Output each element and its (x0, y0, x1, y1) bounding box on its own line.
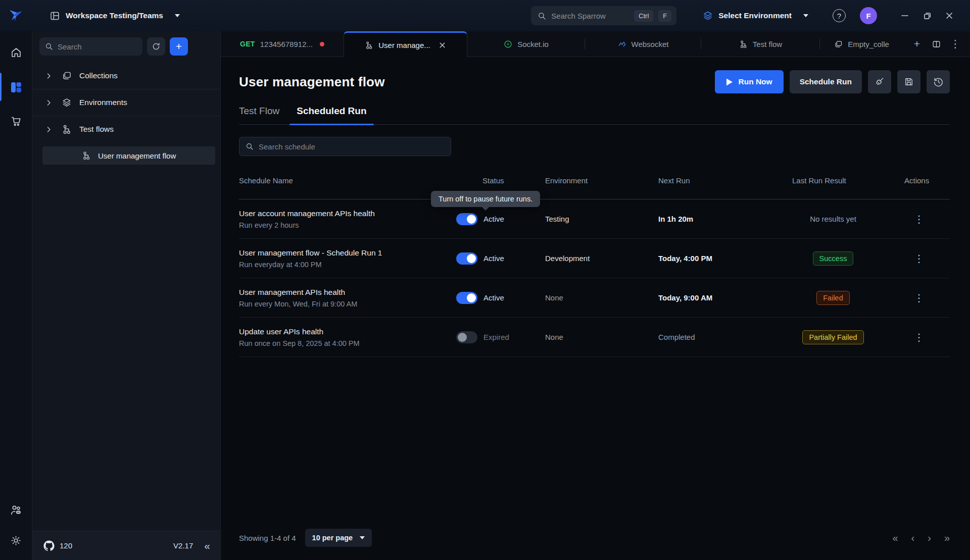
flow-subtabs: Test Flow Scheduled Run (239, 106, 950, 125)
row-actions-button[interactable]: ⋮ (904, 213, 934, 225)
schedule-recurrence: Run once on Sep 8, 2025 at 4:00 PM (239, 339, 456, 347)
sidebar-item-label: Collections (79, 71, 118, 80)
chevron-right-icon (45, 99, 52, 106)
sidebar-item-test-flows[interactable]: Test flows (32, 116, 220, 142)
tab-user-management-flow[interactable]: User manage... (344, 31, 467, 57)
tab-test-flow-view[interactable]: Test Flow (239, 106, 279, 124)
next-run-value: Today, 4:00 PM (658, 254, 792, 263)
schedule-run-button[interactable]: Schedule Run (790, 70, 862, 93)
environment-value: None (545, 293, 658, 302)
rail-settings[interactable] (10, 534, 22, 547)
toggle-tooltip: Turn off to pause future runs. (431, 191, 540, 207)
per-page-select[interactable]: 10 per page (305, 529, 372, 547)
status-label: Active (483, 254, 504, 263)
next-page-button[interactable]: › (928, 533, 931, 543)
row-actions-button[interactable]: ⋮ (904, 331, 934, 343)
tab-label: Test flow (753, 40, 782, 48)
status-toggle[interactable] (456, 331, 477, 343)
cart-icon (10, 115, 22, 127)
schedule-search-input[interactable] (259, 142, 445, 151)
schedule-search[interactable] (239, 137, 451, 156)
last-run-cell: Failed (792, 291, 874, 305)
kebab-icon: ⋮ (950, 38, 961, 50)
collapse-sidebar-button[interactable]: « (204, 540, 210, 551)
status-badge: Failed (816, 291, 850, 305)
avatar[interactable]: F (860, 7, 877, 24)
refresh-button[interactable] (147, 37, 165, 56)
window-controls (897, 8, 957, 23)
global-search[interactable]: Ctrl F (531, 6, 676, 25)
unsaved-dot-icon (320, 42, 324, 46)
split-view-button[interactable] (928, 35, 945, 53)
websocket-icon (618, 40, 626, 48)
sidebar-search[interactable] (39, 37, 142, 56)
schedule-name-cell: User account management APIs health Run … (239, 209, 456, 229)
prev-page-button[interactable]: ‹ (911, 533, 915, 543)
schedule-name: User management flow - Schedule Run 1 (239, 248, 456, 258)
tab-options-button[interactable]: ⋮ (947, 35, 964, 53)
global-search-input[interactable] (551, 12, 629, 20)
tab-get-request[interactable]: GET 12345678912... (221, 31, 344, 57)
search-icon (538, 12, 546, 20)
schedule-name-cell: User management flow - Schedule Run 1 Ru… (239, 248, 456, 269)
help-button[interactable]: ? (833, 9, 846, 22)
history-button[interactable] (927, 70, 950, 93)
plus-icon: + (176, 40, 182, 53)
rail-marketplace[interactable] (0, 115, 32, 127)
github-star-count: 120 (60, 541, 72, 550)
new-tab-button[interactable]: + (908, 35, 926, 53)
home-icon (10, 46, 22, 59)
rail-home[interactable] (0, 46, 32, 59)
close-button[interactable] (942, 8, 957, 23)
sidebar-item-collections[interactable]: Collections (32, 63, 220, 89)
key-f: F (658, 10, 671, 22)
clear-flow-button[interactable] (868, 70, 891, 93)
sidebar-search-input[interactable] (58, 42, 137, 51)
tab-scheduled-run[interactable]: Scheduled Run (297, 106, 366, 124)
status-toggle[interactable] (456, 213, 477, 225)
tab-test-flow[interactable]: Test flow (701, 31, 820, 57)
sidebar-item-environments[interactable]: Environments (32, 89, 220, 116)
status-cell: Expired (456, 331, 545, 343)
tab-strip-actions: + ⋮ (908, 31, 970, 57)
run-now-button[interactable]: Run Now (715, 70, 783, 93)
sidebar-item-user-management-flow[interactable]: User management flow (42, 146, 215, 165)
restore-icon (923, 12, 932, 20)
new-item-button[interactable]: + (170, 37, 188, 56)
last-page-button[interactable]: » (944, 533, 950, 543)
schedule-recurrence: Run everyday at 4:00 PM (239, 261, 456, 269)
row-actions-button[interactable]: ⋮ (904, 252, 934, 265)
tab-empty-collection[interactable]: Empty_colle (820, 31, 903, 57)
minimize-button[interactable] (897, 8, 912, 23)
tab-socketio[interactable]: Socket.io (467, 31, 585, 57)
schedule-name-cell: User management APIs health Run every Mo… (239, 288, 456, 308)
schedule-name: Update user APIs health (239, 327, 456, 336)
header-actions: Run Now Schedule Run (715, 70, 950, 93)
status-cell: Active (456, 292, 545, 304)
schedule-name-cell: Update user APIs health Run once on Sep … (239, 327, 456, 347)
table-footer: Showing 1-4 of 4 10 per page « ‹ › » (239, 529, 950, 547)
rail-workspaces-active[interactable] (0, 81, 32, 93)
status-toggle[interactable] (456, 252, 477, 265)
main-area: GET 12345678912... User manage... Socket… (221, 31, 970, 560)
row-actions-button[interactable]: ⋮ (904, 292, 934, 304)
workspace-grid-icon (50, 11, 60, 21)
chevron-down-icon (175, 14, 180, 17)
tab-label: 12345678912... (260, 40, 313, 48)
save-button[interactable] (897, 70, 920, 93)
maximize-button[interactable] (919, 8, 935, 23)
status-toggle[interactable] (456, 292, 477, 304)
tab-websocket[interactable]: Websocket (585, 31, 701, 57)
history-clock-icon (933, 77, 944, 87)
close-tab-button[interactable] (439, 41, 446, 49)
github-icon[interactable] (43, 540, 55, 551)
col-environment: Environment (545, 176, 658, 185)
rail-community[interactable] (10, 504, 23, 517)
layers-icon (703, 11, 713, 21)
environment-selector[interactable]: Select Environment (703, 11, 808, 21)
showing-count: Showing 1-4 of 4 (239, 534, 296, 542)
schedule-name: User account management APIs health (239, 209, 456, 218)
sidebar: + Collections Environments Test f (32, 31, 221, 560)
workspace-selector[interactable]: Workspace Testing/Teams (50, 11, 180, 21)
first-page-button[interactable]: « (892, 533, 898, 543)
